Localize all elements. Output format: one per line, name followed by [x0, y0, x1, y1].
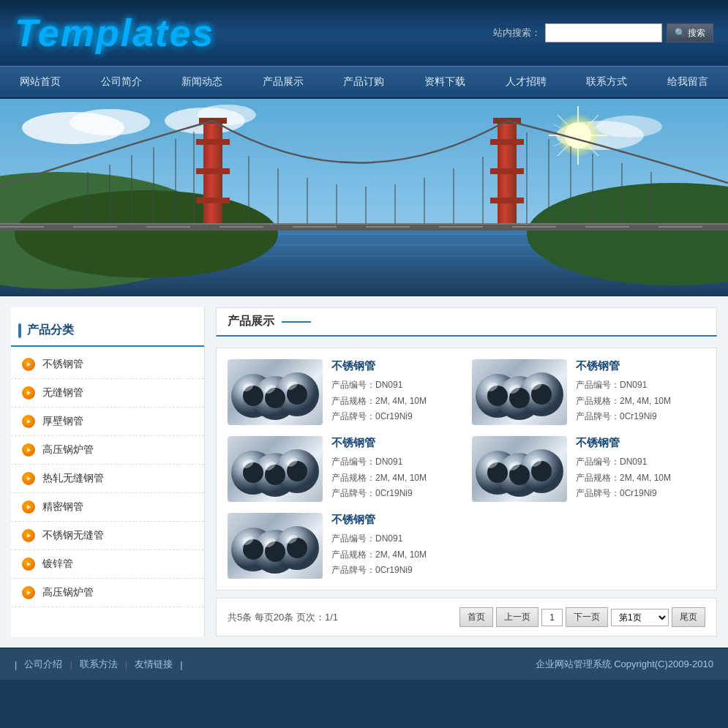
page-first-button[interactable]: 首页 — [459, 607, 493, 627]
page-current-number: 1 — [541, 609, 563, 626]
nav-link-message[interactable]: 给我留言 — [657, 67, 718, 97]
nav-item-order[interactable]: 产品订购 — [333, 67, 394, 97]
product-card-3[interactable]: 不锈钢管 产品编号：DN091 产品规格：2M, 4M, 10M 产品牌号：0C… — [472, 436, 705, 502]
orange-dot-icon-3 — [22, 443, 35, 457]
product-card-1[interactable]: 不锈钢管 产品编号：DN091 产品规格：2M, 4M, 10M 产品牌号：0C… — [472, 359, 705, 425]
footer: | 公司介绍 | 联系方法 | 友情链接 | 企业网站管理系统 Copyrigh… — [0, 648, 728, 680]
nav-link-jobs[interactable]: 人才招聘 — [495, 67, 557, 97]
svg-rect-61 — [439, 226, 483, 228]
product-image-0 — [228, 359, 323, 425]
nav-item-products[interactable]: 产品展示 — [252, 67, 314, 97]
orange-dot-icon-4 — [22, 472, 35, 485]
nav-list: 网站首页 公司简介 新闻动态 产品展示 产品订购 资料下载 人才招聘 联系方式 … — [0, 67, 728, 97]
svg-rect-29 — [490, 168, 524, 174]
svg-rect-55 — [0, 226, 44, 228]
products-section-header: 产品展示 — [216, 307, 717, 337]
sidebar-item-6[interactable]: 不锈钢无缝管 — [11, 522, 204, 550]
nav-item-message[interactable]: 给我留言 — [657, 67, 718, 97]
sidebar-item-8[interactable]: 高压锅炉管 — [11, 579, 204, 607]
page-next-button[interactable]: 下一页 — [566, 607, 608, 627]
pagination-buttons: 首页 上一页 1 下一页 第1页 尾页 — [459, 607, 705, 627]
sidebar-item-7[interactable]: 镀锌管 — [11, 550, 204, 579]
sidebar-item-4[interactable]: 热轧无缝钢管 — [11, 465, 204, 493]
footer-link-contact[interactable]: 联系方法 — [80, 658, 118, 671]
nav-item-jobs[interactable]: 人才招聘 — [495, 67, 557, 97]
footer-sep-right: | — [180, 659, 182, 670]
search-icon: 🔍 — [675, 28, 686, 38]
products-header-line — [282, 321, 311, 323]
svg-rect-62 — [512, 226, 556, 228]
product-image-4 — [228, 513, 323, 579]
svg-rect-24 — [196, 168, 230, 174]
svg-point-6 — [596, 116, 662, 138]
nav-item-about[interactable]: 公司简介 — [91, 67, 152, 97]
footer-link-about[interactable]: 公司介绍 — [24, 658, 62, 671]
nav-item-contact[interactable]: 联系方式 — [576, 67, 637, 97]
nav-item-download[interactable]: 资料下载 — [414, 67, 476, 97]
product-image-3 — [472, 436, 567, 502]
products-grid: 不锈钢管 产品编号：DN091 产品规格：2M, 4M, 10M 产品牌号：0C… — [216, 348, 717, 590]
sidebar-title-bar — [18, 323, 21, 338]
svg-rect-54 — [0, 223, 728, 225]
footer-links: | 公司介绍 | 联系方法 | 友情链接 | — [15, 658, 183, 671]
nav-link-products[interactable]: 产品展示 — [252, 67, 314, 97]
search-label: 站内搜索： — [493, 26, 541, 40]
nav-link-about[interactable]: 公司简介 — [91, 67, 152, 97]
page-select-dropdown[interactable]: 第1页 — [611, 609, 669, 626]
product-info-2: 不锈钢管 产品编号：DN091 产品规格：2M, 4M, 10M 产品牌号：0C… — [331, 436, 461, 502]
nav-link-order[interactable]: 产品订购 — [333, 67, 394, 97]
nav-link-news[interactable]: 新闻动态 — [171, 67, 233, 97]
product-info-4: 不锈钢管 产品编号：DN091 产品规格：2M, 4M, 10M 产品牌号：0C… — [331, 513, 461, 579]
sidebar-item-1[interactable]: 无缝钢管 — [11, 379, 204, 408]
svg-rect-63 — [585, 226, 629, 228]
nav-link-download[interactable]: 资料下载 — [414, 67, 476, 97]
product-detail-1: 产品编号：DN091 产品规格：2M, 4M, 10M 产品牌号：0Cr19Ni… — [576, 378, 705, 425]
product-detail-4: 产品编号：DN091 产品规格：2M, 4M, 10M 产品牌号：0Cr19Ni… — [331, 531, 461, 579]
svg-rect-22 — [203, 121, 222, 230]
nav-link-contact[interactable]: 联系方式 — [576, 67, 637, 97]
svg-rect-57 — [146, 226, 190, 228]
page-last-button[interactable]: 尾页 — [672, 607, 705, 627]
sidebar-item-0[interactable]: 不锈钢管 — [11, 350, 204, 379]
product-image-1 — [472, 359, 567, 425]
svg-point-2 — [70, 109, 150, 135]
product-card-2[interactable]: 不锈钢管 产品编号：DN091 产品规格：2M, 4M, 10M 产品牌号：0C… — [228, 436, 461, 502]
svg-rect-56 — [73, 226, 117, 228]
footer-link-friends[interactable]: 友情链接 — [135, 658, 173, 671]
product-name-0: 不锈钢管 — [331, 359, 461, 373]
logo: Templates — [15, 11, 214, 55]
search-area: 站内搜索： 🔍 搜索 — [493, 23, 713, 42]
orange-dot-icon-2 — [22, 415, 35, 428]
sidebar-item-3[interactable]: 高压锅炉管 — [11, 436, 204, 465]
svg-rect-28 — [490, 139, 524, 145]
search-button[interactable]: 🔍 搜索 — [667, 23, 713, 42]
product-name-3: 不锈钢管 — [576, 436, 705, 450]
pagination-info: 共5条 每页20条 页次：1/1 — [228, 611, 338, 624]
product-detail-3: 产品编号：DN091 产品规格：2M, 4M, 10M 产品牌号：0Cr19Ni… — [576, 454, 705, 502]
products-area: 产品展示 — [205, 296, 728, 648]
product-detail-2: 产品编号：DN091 产品规格：2M, 4M, 10M 产品牌号：0Cr19Ni… — [331, 454, 461, 502]
product-info-1: 不锈钢管 产品编号：DN091 产品规格：2M, 4M, 10M 产品牌号：0C… — [576, 359, 705, 425]
svg-rect-59 — [293, 226, 337, 228]
main-nav: 网站首页 公司简介 新闻动态 产品展示 产品订购 资料下载 人才招聘 联系方式 … — [0, 66, 728, 99]
sidebar-item-2[interactable]: 厚壁钢管 — [11, 408, 204, 436]
product-card-4[interactable]: 不锈钢管 产品编号：DN091 产品规格：2M, 4M, 10M 产品牌号：0C… — [228, 513, 461, 579]
pagination-area: 共5条 每页20条 页次：1/1 首页 上一页 1 下一页 第1页 尾页 — [216, 598, 717, 637]
orange-dot-icon-8 — [22, 586, 35, 599]
header: Templates 站内搜索： 🔍 搜索 — [0, 0, 728, 66]
nav-item-news[interactable]: 新闻动态 — [171, 67, 233, 97]
svg-point-21 — [15, 190, 278, 278]
nav-link-home[interactable]: 网站首页 — [10, 67, 71, 97]
svg-rect-25 — [196, 198, 230, 203]
orange-dot-icon-7 — [22, 558, 35, 571]
nav-item-home[interactable]: 网站首页 — [10, 67, 71, 97]
orange-dot-icon-5 — [22, 500, 35, 514]
product-card-0[interactable]: 不锈钢管 产品编号：DN091 产品规格：2M, 4M, 10M 产品牌号：0C… — [228, 359, 461, 425]
sidebar-item-5[interactable]: 精密钢管 — [11, 493, 204, 522]
svg-rect-58 — [219, 226, 263, 228]
svg-rect-23 — [196, 139, 230, 145]
product-info-0: 不锈钢管 产品编号：DN091 产品规格：2M, 4M, 10M 产品牌号：0C… — [331, 359, 461, 425]
search-input[interactable] — [545, 23, 662, 42]
main-content: 产品分类 不锈钢管 无缝钢管 厚壁钢管 高压锅炉管 热轧无缝钢管 精密钢管 不 — [0, 296, 728, 648]
page-prev-button[interactable]: 上一页 — [496, 607, 539, 627]
